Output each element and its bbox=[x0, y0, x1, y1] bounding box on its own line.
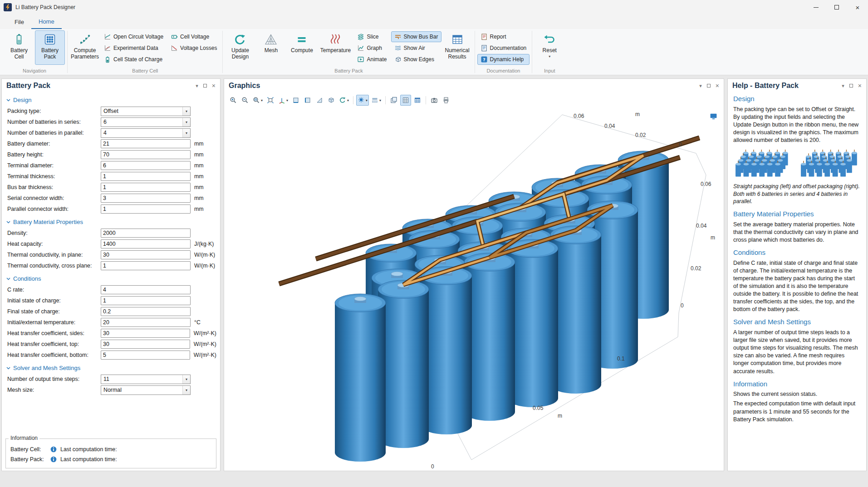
cell-state-of-charge-button[interactable]: Cell State of Charge bbox=[101, 54, 167, 65]
zoom-extents-button[interactable] bbox=[265, 95, 276, 106]
close-button[interactable]: × bbox=[847, 0, 868, 15]
field-input[interactable] bbox=[101, 340, 190, 349]
field-select[interactable]: 6▾ bbox=[101, 117, 191, 127]
chevron-down-icon[interactable]: ▾ bbox=[182, 129, 190, 137]
menu-home[interactable]: Home bbox=[31, 15, 62, 29]
slice-button[interactable]: Slice bbox=[354, 31, 390, 42]
experimental-data-button[interactable]: Experimental Data bbox=[101, 43, 167, 54]
field-input[interactable] bbox=[101, 161, 191, 170]
view-yz-button[interactable] bbox=[302, 95, 313, 106]
new-window-button[interactable] bbox=[388, 95, 399, 106]
documentation-button[interactable]: Documentation bbox=[477, 43, 530, 54]
field-input[interactable] bbox=[101, 205, 191, 214]
chevron-down-icon[interactable]: ▾ bbox=[379, 98, 381, 102]
close-icon[interactable]: × bbox=[858, 83, 862, 89]
field-input[interactable] bbox=[101, 329, 190, 338]
graphics-canvas[interactable]: 0.060.040.020m0.060.04m0.0200.10.05m0 bbox=[224, 108, 724, 471]
field-input[interactable] bbox=[101, 318, 191, 327]
show-edges-button[interactable]: Show Edges bbox=[391, 54, 441, 65]
field-input[interactable] bbox=[101, 307, 191, 316]
chevron-down-icon[interactable]: ▾ bbox=[347, 98, 349, 102]
field-input[interactable] bbox=[101, 172, 191, 181]
field-input[interactable] bbox=[101, 351, 190, 360]
battery-pack-3d-view[interactable]: 0.060.040.020m0.060.04m0.0200.10.05m0 bbox=[224, 108, 724, 471]
update-design-button[interactable]: Update Design bbox=[225, 30, 255, 65]
compute-parameters-button[interactable]: Compute Parameters bbox=[70, 30, 100, 65]
chevron-down-icon[interactable]: ▾ bbox=[182, 375, 190, 384]
show-air-button[interactable]: Show Air bbox=[391, 43, 441, 54]
field-input[interactable] bbox=[101, 239, 191, 248]
field-input[interactable] bbox=[101, 194, 191, 203]
view-xz-button[interactable] bbox=[314, 95, 325, 106]
view-xy-button[interactable] bbox=[290, 95, 301, 106]
graphics-context-icon[interactable] bbox=[710, 112, 717, 120]
field-select[interactable]: Offset▾ bbox=[101, 107, 191, 116]
field-input[interactable] bbox=[101, 183, 191, 192]
voltage-losses-button[interactable]: Voltage Losses bbox=[167, 43, 220, 54]
field-input[interactable] bbox=[101, 296, 191, 305]
animate-button[interactable]: Animate bbox=[354, 54, 390, 65]
reset-button[interactable]: Reset ▾ bbox=[535, 30, 564, 65]
field-select[interactable]: 4▾ bbox=[101, 128, 191, 138]
chevron-down-icon[interactable]: ▾ bbox=[699, 83, 702, 88]
zoom-in-button[interactable] bbox=[228, 95, 239, 106]
zoom-box-button[interactable]: ▾ bbox=[251, 95, 264, 106]
dynamic-help-button[interactable]: ? Dynamic Help bbox=[477, 54, 530, 65]
float-window-icon[interactable] bbox=[707, 84, 711, 88]
maximize-button[interactable] bbox=[826, 0, 847, 15]
select-value: 11 bbox=[103, 376, 109, 382]
report-button[interactable]: Report bbox=[477, 31, 530, 42]
show-bus-bar-button[interactable]: Show Bus Bar bbox=[391, 31, 441, 42]
chevron-down-icon[interactable]: ▾ bbox=[196, 83, 198, 88]
battery-cell-button[interactable]: Battery Cell bbox=[4, 30, 34, 65]
battery-pack-button[interactable]: Battery Pack bbox=[35, 30, 65, 65]
snapshot-button[interactable] bbox=[429, 95, 440, 106]
cell-voltage-button[interactable]: Cell Voltage bbox=[167, 31, 220, 42]
field-select[interactable]: Normal▾ bbox=[101, 385, 191, 395]
compute-button[interactable]: Compute bbox=[287, 30, 317, 65]
chevron-down-icon[interactable]: ▾ bbox=[182, 118, 190, 127]
field-input[interactable] bbox=[101, 150, 191, 159]
open-circuit-voltage-button[interactable]: Open Circuit Voltage bbox=[101, 31, 167, 42]
chevron-down-icon[interactable]: ▾ bbox=[261, 98, 263, 102]
field-input[interactable] bbox=[101, 261, 191, 270]
scene-light-button[interactable]: ▾ bbox=[356, 95, 369, 106]
print-button[interactable] bbox=[441, 95, 451, 106]
temperature-button[interactable]: Temperature bbox=[318, 30, 353, 65]
group-label: Documentation bbox=[475, 68, 532, 75]
field-select[interactable]: 11▾ bbox=[101, 375, 191, 384]
chevron-down-icon[interactable]: ▾ bbox=[842, 83, 844, 88]
mesh-button[interactable]: Mesh bbox=[256, 30, 286, 65]
field-label: Number of batteries in parallel: bbox=[7, 130, 101, 136]
chevron-down-icon[interactable]: ▾ bbox=[286, 98, 288, 102]
minimize-button[interactable] bbox=[805, 0, 826, 15]
field-input[interactable] bbox=[101, 250, 191, 259]
numerical-results-button[interactable]: Numerical Results bbox=[442, 30, 472, 65]
orientation-button[interactable]: ▾ bbox=[277, 95, 289, 106]
view-options-button[interactable]: ▾ bbox=[370, 95, 383, 106]
field-label: Serial connector width: bbox=[7, 195, 101, 201]
field-input[interactable] bbox=[101, 139, 191, 148]
section-header[interactable]: Solver and Mesh Settings bbox=[2, 360, 220, 374]
close-icon[interactable]: × bbox=[716, 83, 719, 89]
graph-button[interactable]: Graph bbox=[354, 43, 390, 54]
svg-text:0.05: 0.05 bbox=[533, 405, 544, 411]
field-input[interactable] bbox=[101, 285, 191, 294]
close-icon[interactable]: × bbox=[212, 83, 216, 89]
default-view-button[interactable] bbox=[326, 95, 337, 106]
chevron-down-icon[interactable]: ▾ bbox=[366, 98, 368, 102]
menu-file[interactable]: File bbox=[7, 15, 31, 29]
section-header[interactable]: Conditions bbox=[2, 271, 220, 284]
table-button[interactable] bbox=[412, 95, 423, 106]
chevron-down-icon[interactable]: ▾ bbox=[182, 107, 190, 116]
section-header[interactable]: Design bbox=[2, 93, 220, 106]
refresh-button[interactable]: ▾ bbox=[338, 95, 350, 106]
float-window-icon[interactable] bbox=[849, 84, 853, 88]
field-input[interactable] bbox=[101, 229, 191, 238]
form-row: Number of batteries in series:6▾ bbox=[2, 117, 220, 127]
chevron-down-icon[interactable]: ▾ bbox=[182, 386, 190, 394]
grid-button[interactable] bbox=[400, 95, 411, 106]
section-header[interactable]: Battery Material Properties bbox=[2, 214, 220, 228]
float-window-icon[interactable] bbox=[203, 84, 207, 88]
zoom-out-button[interactable] bbox=[240, 95, 250, 106]
